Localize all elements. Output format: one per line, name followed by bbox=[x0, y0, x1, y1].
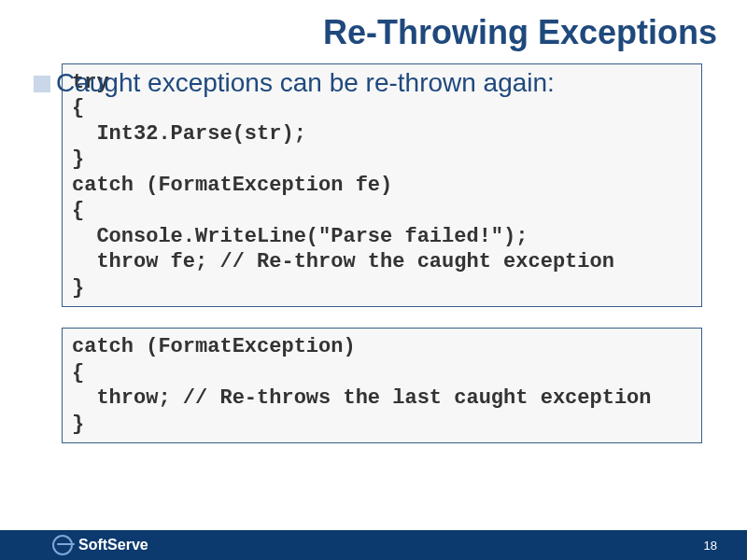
code-block-2: catch (FormatException) { throw; // Re-t… bbox=[62, 328, 702, 443]
brand: SoftServe bbox=[52, 535, 148, 555]
square-bullet-icon bbox=[34, 76, 50, 92]
bullet-text: Caught exceptions can be re-thrown again… bbox=[56, 67, 555, 99]
slide-title: Re-Throwing Exceptions bbox=[0, 0, 747, 52]
brand-name: SoftServe bbox=[78, 537, 148, 553]
code-block-1: try { Int32.Parse(str); } catch (FormatE… bbox=[62, 63, 702, 308]
slide-footer: SoftServe 18 bbox=[0, 530, 747, 560]
page-number: 18 bbox=[704, 539, 717, 553]
brand-logo-icon bbox=[52, 535, 73, 555]
bullet-row: Caught exceptions can be re-thrown again… bbox=[34, 67, 713, 99]
slide-content: Caught exceptions can be re-thrown again… bbox=[0, 52, 747, 443]
